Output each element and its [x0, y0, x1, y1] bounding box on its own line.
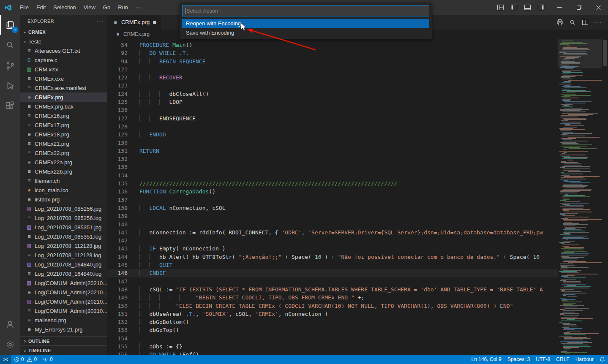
- code-line-122[interactable]: 122 RECOVER: [107, 73, 558, 81]
- code-line-148[interactable]: 148 cSQL := "IF (EXISTS (SELECT * FROM I…: [107, 285, 558, 293]
- split-editor-icon[interactable]: [582, 19, 589, 26]
- code-line-147[interactable]: 147: [107, 277, 558, 285]
- code-line-54[interactable]: 54PROCEDURE Main(): [107, 41, 558, 49]
- file-crmex18.prg[interactable]: ≡CRMEx18.prg: [20, 130, 107, 139]
- breadcrumb-file[interactable]: CRMEx.prg: [123, 31, 150, 37]
- more-actions-icon[interactable]: ···: [594, 19, 602, 26]
- ports-status[interactable]: 0: [40, 355, 56, 364]
- vertical-scrollbar[interactable]: [602, 39, 608, 355]
- code-line-133[interactable]: 133: [107, 163, 558, 171]
- menu-file[interactable]: File: [16, 0, 33, 15]
- code-line-94[interactable]: 94 BEGIN SEQUENCE: [107, 57, 558, 65]
- menu-more[interactable]: ···: [132, 0, 145, 15]
- indentation-status[interactable]: Spaces: 3: [504, 355, 533, 364]
- code-line-154[interactable]: 154: [107, 334, 558, 342]
- code-line-142[interactable]: 142: [107, 236, 558, 244]
- code-line-138[interactable]: 138 LOCAL nConnection, cSQL: [107, 204, 558, 212]
- file-crmex22a.prg[interactable]: ≡CRMEx22a.prg: [20, 158, 107, 167]
- code-line-145[interactable]: 145 QUIT: [107, 261, 558, 269]
- cursor-position[interactable]: Ln 146, Col 9: [469, 355, 504, 364]
- code-line-128[interactable]: 128: [107, 122, 558, 130]
- menu-selection[interactable]: Selection: [49, 0, 79, 15]
- code-line-126[interactable]: 126: [107, 106, 558, 114]
- file-crmex22b.prg[interactable]: ≡CRMEx22b.prg: [20, 167, 107, 176]
- code-line-143[interactable]: 143 IF Empty( nConnection ): [107, 244, 558, 253]
- search-in-file-icon[interactable]: [569, 19, 576, 26]
- file-log-comum-admin-20210...[interactable]: ≡Log(COMUM_Admin)20210...: [20, 306, 107, 315]
- code-line-149[interactable]: 149 "BEGIN SELECT CODCLI, TIPO, OBS FROM…: [107, 293, 558, 302]
- minimize-button[interactable]: [550, 0, 569, 15]
- menu-edit[interactable]: Edit: [33, 0, 49, 15]
- file-crmex21.prg[interactable]: ≡CRMEx21.prg: [20, 139, 107, 148]
- file-log-20210708-164840.jpg[interactable]: ▨Log_20210708_164840.jpg: [20, 260, 107, 269]
- code-line-131[interactable]: 131RETURN: [107, 147, 558, 155]
- code-line-153[interactable]: 153 dbGoTop(): [107, 326, 558, 334]
- code-line-146[interactable]: 146 ENDIF: [107, 269, 558, 277]
- notifications-bell[interactable]: [597, 355, 608, 364]
- file-icon-main.ico[interactable]: ★icon_main.ico: [20, 185, 107, 195]
- code-line-124[interactable]: 124 dbCloseAll(): [107, 90, 558, 98]
- file-crmex17.prg[interactable]: ≡CRMEx17.prg: [20, 120, 107, 130]
- file-log-20210708-112128.jpg[interactable]: ▨Log_20210708_112128.jpg: [20, 241, 107, 250]
- file-crmex.prg[interactable]: ≡CRMEx.prg: [20, 92, 107, 102]
- modified-dot-icon[interactable]: [153, 21, 156, 24]
- code-line-121[interactable]: 121: [107, 65, 558, 73]
- file-log-20210708-085351.log[interactable]: ≡Log_20210708_085351.log: [20, 232, 107, 241]
- code-line-127[interactable]: 127 ENDSEQUENCE: [107, 114, 558, 122]
- encoding-status[interactable]: UTF-8: [533, 355, 553, 364]
- file-log-comum-admin-20210...[interactable]: ▨Log(COMUM_Admin)20210...: [20, 278, 107, 288]
- close-button[interactable]: [589, 0, 608, 15]
- menu-view[interactable]: View: [80, 0, 99, 15]
- code-line-129[interactable]: 129 ENDDO: [107, 130, 558, 139]
- file-crmex.exe.manifest[interactable]: ≡CRMEx.exe.manifest: [20, 83, 107, 92]
- settings-gear-icon[interactable]: [0, 334, 20, 355]
- code-line-92[interactable]: 92 DO WHILE .T.: [107, 49, 558, 57]
- code-line-130[interactable]: 130: [107, 139, 558, 147]
- code-line-135[interactable]: 135/////////////////////////////////////…: [107, 179, 558, 187]
- print-icon[interactable]: [556, 19, 563, 26]
- code-line-137[interactable]: 137: [107, 196, 558, 204]
- scrollbar-slider[interactable]: [603, 40, 607, 66]
- code-line-139[interactable]: 139: [107, 212, 558, 220]
- file-my-errorsys-21.prg[interactable]: ≡My_Errorsys 21.prg: [20, 325, 107, 334]
- outline-section[interactable]: › OUTLINE: [20, 336, 107, 345]
- toggle-panel-icon[interactable]: [521, 1, 534, 14]
- file-crmex16.prg[interactable]: ≡CRMEx16.prg: [20, 111, 107, 120]
- code-line-141[interactable]: 141 nConnection := rddInfo( RDDI_CONNECT…: [107, 228, 558, 236]
- code-line-140[interactable]: 140: [107, 220, 558, 228]
- toggle-secondary-sidebar-icon[interactable]: [534, 1, 547, 14]
- quickpick-item-save-with-encoding[interactable]: Save with Encoding: [182, 28, 429, 38]
- source-control-activity-icon[interactable]: [0, 55, 20, 76]
- problems-status[interactable]: 0 0: [11, 355, 40, 364]
- code-line-123[interactable]: 123: [107, 81, 558, 90]
- code-line-152[interactable]: 152 dbGoBottom(): [107, 318, 558, 326]
- file-mailsend.prg[interactable]: ≡mailsend.prg: [20, 315, 107, 325]
- toggle-sidebar-icon[interactable]: [507, 1, 520, 14]
- file-fileman.ch[interactable]: ≡fileman.ch: [20, 176, 107, 185]
- explorer-more-actions[interactable]: ···: [97, 18, 104, 24]
- code-line-156[interactable]: 156 DO WHILE !Eof(): [107, 350, 558, 355]
- file-log-comum-admin-20210...[interactable]: ▨Log(COMUM_Admin)20210...: [20, 297, 107, 306]
- menu-go[interactable]: Go: [99, 0, 114, 15]
- file-listbox.prg[interactable]: ≡listbox.prg: [20, 195, 107, 204]
- code-line-132[interactable]: 132: [107, 155, 558, 163]
- restore-button[interactable]: [569, 0, 589, 15]
- file-teste[interactable]: ›Teste: [20, 37, 107, 46]
- menu-run[interactable]: Run: [114, 0, 132, 15]
- file-crmex22.prg[interactable]: ≡CRMEx22.prg: [20, 148, 107, 158]
- file-crm.xlsx[interactable]: ▦CRM.xlsx: [20, 65, 107, 74]
- file-capture.c[interactable]: Ccapture.c: [20, 55, 107, 65]
- minimap[interactable]: [558, 39, 602, 355]
- file-log-comum-admin-20210...[interactable]: ≡Log(COMUM_Admin)20210...: [20, 288, 107, 297]
- customize-layout-icon[interactable]: [494, 1, 507, 14]
- quickpick-item-reopen-with-encoding[interactable]: Reopen with Encoding: [182, 19, 429, 28]
- extensions-activity-icon[interactable]: [0, 96, 20, 116]
- search-activity-icon[interactable]: [0, 35, 20, 55]
- file-log-20210708-085256.log[interactable]: ≡Log_20210708_085256.log: [20, 213, 107, 223]
- file-crmex.prg.bak[interactable]: ≡CRMEx.prg.bak: [20, 102, 107, 111]
- file-log-20210708-085256.jpg[interactable]: ▨Log_20210708_085256.jpg: [20, 204, 107, 213]
- quickpick-input[interactable]: Select Action: [182, 5, 429, 16]
- file-log-20210708-085351.jpg[interactable]: ▨Log_20210708_085351.jpg: [20, 223, 107, 232]
- workspace-root-folder[interactable]: › CRMEX: [20, 27, 107, 37]
- code-line-155[interactable]: 155 aObs := {}: [107, 342, 558, 350]
